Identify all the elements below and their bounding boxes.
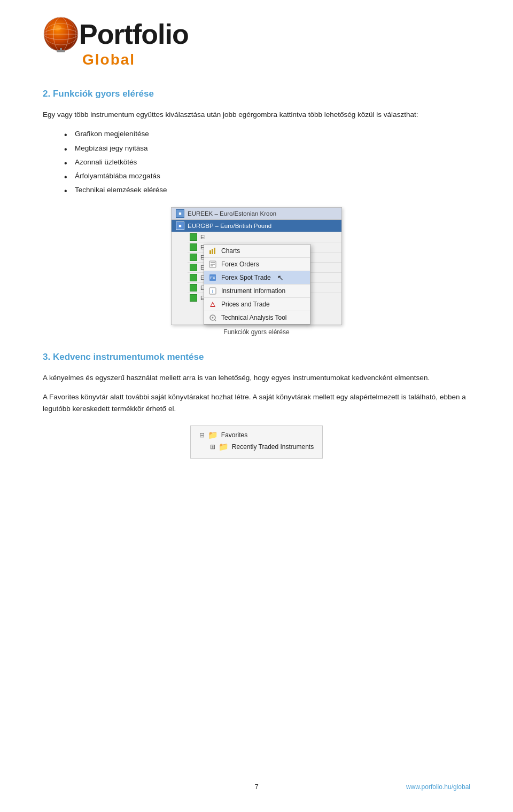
green-sq-icon-3 [190,254,197,261]
svg-point-23 [212,317,214,318]
svg-point-6 [53,25,61,30]
bullet-item-2: Megbízási jegy nyitása [64,143,470,154]
section-2-intro: Egy vagy több instrumentum együttes kivá… [43,109,470,121]
svg-rect-9 [209,250,211,254]
favorites-label: Favorites [221,431,247,439]
recently-traded-label: Recently Traded Instruments [232,443,314,451]
folder-icon-recently: 📁 [219,442,229,452]
menu-item-forex-orders[interactable]: Forex Orders [204,258,310,271]
menu-item-instrument-info[interactable]: i Instrument Information [204,285,310,298]
logo-globe-icon [43,16,79,52]
logo-text-portfolio: Portfolio [79,20,189,48]
forex-spot-trade-label: Forex Spot Trade [221,274,271,281]
menu-item-prices-trade[interactable]: Prices and Trade [204,298,310,311]
expand-icon: ⊟ [199,431,205,439]
menu-item-tech-analysis[interactable]: Technical Analysis Tool [204,311,310,324]
logo-text-global: Global [82,52,470,67]
website-url: www.porfolio.hu/global [406,783,470,791]
section-2-heading: 2. Funkciók gyors elérése [43,89,470,99]
svg-rect-8 [60,48,62,51]
context-menu-screenshot: ■ EUREEK – Euro/Estonian Kroon ■ EURGBP … [43,207,470,336]
prices-trade-label: Prices and Trade [221,301,270,308]
bullet-item-1: Grafikon megjelenítése [64,128,470,140]
bullet-item-5: Technikai elemzések elérése [64,184,470,196]
green-sq-icon-4 [190,264,197,271]
section-3: 3. Kedvenc instrumentumok mentése A kény… [43,352,470,459]
forex-orders-icon [208,260,217,269]
context-menu-box: ■ EUREEK – Euro/Estonian Kroon ■ EURGBP … [171,207,342,325]
green-sq-icon-2 [190,243,197,251]
svg-line-24 [215,320,216,321]
header-icon-inactive: ■ [176,209,184,218]
header-label-active: EURGBP – Euro/British Pound [188,223,271,229]
recently-traded-row: ⊞ 📁 Recently Traded Instruments [210,442,314,452]
collapsed-row-1: El [188,232,341,242]
page-number: 7 [254,783,258,791]
menu-header-active: ■ EURGBP – Euro/British Pound [172,220,341,232]
forex-spot-trade-icon: FX [208,273,217,282]
popup-context-menu: Charts Forex Orders [204,244,310,325]
screenshot-caption: Funkciók gyors elérése [223,328,289,336]
green-sq-icon-5 [190,274,197,281]
section-2: 2. Funkciók gyors elérése Egy vagy több … [43,89,470,336]
instrument-info-icon: i [208,287,217,295]
header-icon-active: ■ [176,222,184,230]
section-3-para1: A kényelmes és egyszerű használat mellet… [43,372,470,384]
green-sq-icon-1 [190,233,197,241]
prices-trade-icon [208,300,217,309]
green-sq-icon-7 [190,294,197,302]
menu-item-charts[interactable]: Charts [204,245,310,258]
svg-rect-11 [214,248,215,254]
tech-analysis-label: Technical Analysis Tool [221,314,287,321]
header-label-inactive: EUREEK – Euro/Estonian Kroon [188,210,276,217]
menu-header-inactive: ■ EUREEK – Euro/Estonian Kroon [172,208,341,220]
tech-analysis-icon [208,313,217,322]
favorites-row: ⊟ 📁 Favorites [199,430,314,440]
favorites-box: ⊟ 📁 Favorites ⊞ 📁 Recently Traded Instru… [190,425,323,459]
green-sq-icon-6 [190,284,197,291]
menu-item-forex-spot-trade[interactable]: FX Forex Spot Trade ↖ [204,271,310,285]
charts-icon [208,247,217,255]
bullet-item-3: Azonnali üzletkötés [64,156,470,168]
charts-label: Charts [221,247,240,255]
svg-text:FX: FX [210,275,216,280]
bullet-item-4: Árfolyamtáblába mozgatás [64,170,470,182]
logo-portfolio: Portfolio [43,16,470,52]
svg-text:i: i [212,288,213,294]
folder-icon-favorites: 📁 [208,430,218,440]
logo-area: Portfolio Global [43,16,470,67]
section-3-para2: A Favorites könyvtár alatt további saját… [43,391,470,415]
collapsed-label-1: El [200,234,206,240]
forex-orders-label: Forex Orders [221,261,259,268]
expand-icon-recently: ⊞ [210,443,215,451]
section-3-heading: 3. Kedvenc instrumentumok mentése [43,352,470,362]
svg-rect-10 [212,249,213,254]
instrument-info-label: Instrument Information [221,287,285,295]
favorites-screenshot-container: ⊟ 📁 Favorites ⊞ 📁 Recently Traded Instru… [43,425,470,459]
bullet-list: Grafikon megjelenítése Megbízási jegy ny… [64,128,470,196]
cursor-icon: ↖ [277,273,284,282]
